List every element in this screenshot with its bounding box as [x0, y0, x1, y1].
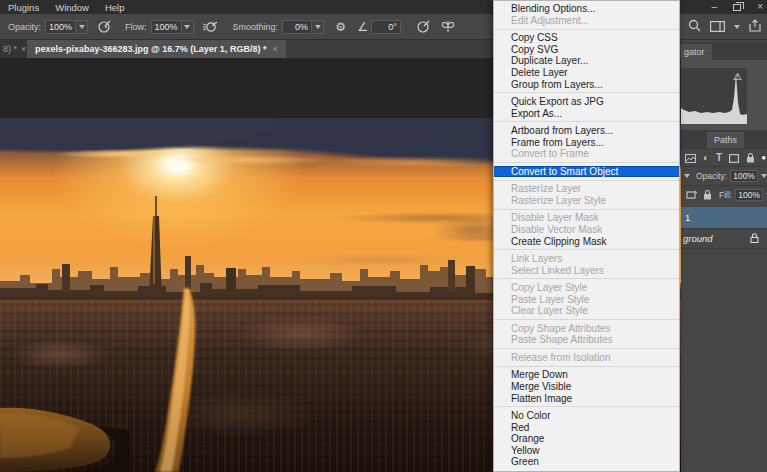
menu-plugins[interactable]: Plugins — [8, 2, 39, 13]
layers-opacity-input[interactable]: 100% — [730, 170, 758, 182]
window-controls: – × — [712, 0, 763, 14]
menu-item-merge-visible[interactable]: Merge Visible — [494, 381, 679, 393]
menu-item-create-clipping-mask[interactable]: Create Clipping Mask — [494, 235, 679, 247]
lock-artboard-icon[interactable] — [686, 186, 697, 204]
background-name: ground — [683, 233, 713, 244]
menu-item-flatten-image[interactable]: Flatten Image — [494, 392, 679, 404]
menu-item-copy-svg[interactable]: Copy SVG — [494, 44, 679, 56]
tab-navigator-partial[interactable]: gator — [681, 44, 712, 60]
opacity-dropdown[interactable] — [76, 20, 88, 34]
search-icon[interactable] — [688, 18, 701, 36]
smoothing-label: Smoothing: — [233, 22, 279, 32]
layer-filter-row: ◐ T ● — [681, 148, 767, 166]
opacity-input[interactable]: 100% — [45, 20, 76, 34]
fill-input[interactable]: 100% — [735, 189, 763, 201]
menu-item-select-linked-layers: Select Linked Layers — [494, 264, 679, 276]
menu-item-merge-down[interactable]: Merge Down — [494, 369, 679, 381]
histogram-plot: ⚠ — [681, 68, 747, 124]
opacity-label: Opacity: — [8, 22, 41, 32]
gear-icon[interactable]: ⚙ — [332, 18, 349, 35]
flow-label: Flow: — [125, 22, 147, 32]
menu-item-orange[interactable]: Orange — [494, 433, 679, 445]
filter-toggle-icon[interactable]: ● — [761, 153, 766, 162]
tab-active-close-icon[interactable]: × — [272, 44, 277, 54]
menu-item-quick-export-as-jpg[interactable]: Quick Export as JPG — [494, 96, 679, 108]
background-lock-icon[interactable] — [750, 233, 759, 245]
filter-type-icon[interactable]: T — [716, 152, 722, 163]
menu-separator — [494, 92, 679, 93]
tab-active-document[interactable]: pexels-pixabay-366283.jpg @ 16.7% (Layer… — [27, 40, 286, 58]
pen-pressure-opacity-icon[interactable] — [96, 18, 113, 35]
menu-item-no-color[interactable]: No Color — [494, 410, 679, 422]
menu-item-yellow[interactable]: Yellow — [494, 445, 679, 457]
menu-item-rasterize-layer-style: Rasterize Layer Style — [494, 195, 679, 207]
menu-item-copy-shape-attributes: Copy Shape Attributes — [494, 323, 679, 335]
lock-all-icon[interactable] — [703, 186, 712, 204]
menu-separator — [494, 319, 679, 320]
menu-item-copy-layer-style: Copy Layer Style — [494, 282, 679, 294]
menu-item-convert-to-smart-object[interactable]: Convert to Smart Object — [494, 166, 679, 178]
menu-item-export-as[interactable]: Export As... — [494, 107, 679, 119]
blend-opacity-row: Opacity: 100% — [681, 166, 767, 185]
tab-paths[interactable]: Paths — [707, 132, 744, 148]
layer-row-layer1[interactable]: 1 — [681, 207, 767, 228]
tab-partial-left[interactable]: 8) *× — [0, 40, 27, 58]
menu-item-frame-from-layers[interactable]: Frame from Layers... — [494, 136, 679, 148]
flow-dropdown[interactable] — [182, 20, 194, 34]
filter-shape-icon[interactable] — [729, 149, 739, 167]
airbrush-icon[interactable] — [202, 18, 219, 35]
menu-item-blending-options[interactable]: Blending Options... — [494, 3, 679, 15]
menu-separator — [494, 29, 679, 30]
menu-window[interactable]: Window — [55, 2, 89, 13]
menu-separator — [494, 209, 679, 210]
menu-item-paste-shape-attributes: Paste Shape Attributes — [494, 334, 679, 346]
tab-active-label: pexels-pixabay-366283.jpg @ 16.7% (Layer… — [35, 44, 266, 54]
menu-item-duplicate-layer[interactable]: Duplicate Layer... — [494, 55, 679, 67]
menu-item-release-from-isolation: Release from Isolation — [494, 352, 679, 364]
layers-opacity-chevron-icon[interactable] — [761, 174, 767, 178]
workspace-chevron-icon[interactable] — [734, 25, 740, 29]
layer-row-background[interactable]: ground — [681, 228, 767, 249]
minimize-icon[interactable]: – — [712, 2, 718, 12]
layer1-name: 1 — [685, 212, 690, 223]
menubar-items: PluginsWindowHelp — [8, 2, 125, 13]
filter-smart-object-lock-icon[interactable] — [746, 149, 755, 167]
menu-item-group-from-layers[interactable]: Group from Layers... — [494, 78, 679, 90]
restore-icon[interactable] — [733, 4, 741, 11]
menu-item-copy-css[interactable]: Copy CSS — [494, 32, 679, 44]
menu-separator — [494, 162, 679, 163]
histogram-panel: ⚠ — [681, 60, 767, 130]
menu-separator — [494, 278, 679, 279]
tab-close-icon[interactable]: × — [21, 44, 26, 54]
close-icon[interactable]: × — [757, 2, 763, 12]
menu-item-green[interactable]: Green — [494, 456, 679, 468]
histogram-warning-icon[interactable]: ⚠ — [733, 71, 742, 82]
workspace-icon[interactable] — [710, 18, 725, 36]
angle-input[interactable]: 0° — [371, 20, 401, 34]
menu-separator — [494, 121, 679, 122]
layers-opacity-label: Opacity: — [696, 171, 727, 181]
menu-separator — [494, 406, 679, 407]
menu-item-paste-layer-style: Paste Layer Style — [494, 293, 679, 305]
menu-item-delete-layer[interactable]: Delete Layer — [494, 67, 679, 79]
menu-item-artboard-from-layers[interactable]: Artboard from Layers... — [494, 125, 679, 137]
smoothing-input[interactable]: 0% — [282, 20, 312, 34]
share-icon[interactable] — [749, 18, 761, 36]
filter-adjustment-icon[interactable]: ◐ — [703, 152, 709, 163]
photoshop-window: PluginsWindowHelp – × Opacity: 100% Flow… — [0, 0, 767, 472]
menu-separator — [494, 366, 679, 367]
filter-pixel-icon[interactable] — [685, 149, 696, 167]
fill-label: Fill: — [719, 190, 732, 200]
blend-mode-chevron-icon[interactable] — [684, 174, 690, 178]
layers-tab-strip: Paths — [681, 130, 767, 148]
menu-item-red[interactable]: Red — [494, 421, 679, 433]
menu-item-convert-to-frame: Convert to Frame — [494, 148, 679, 160]
menu-help[interactable]: Help — [105, 2, 125, 13]
pen-pressure-size-icon[interactable] — [415, 18, 432, 35]
navigator-tab-strip: gator — [681, 42, 767, 60]
menu-item-rasterize-layer: Rasterize Layer — [494, 183, 679, 195]
menu-item-disable-layer-mask: Disable Layer Mask — [494, 212, 679, 224]
symmetry-butterfly-icon[interactable] — [440, 18, 457, 35]
smoothing-dropdown[interactable] — [312, 20, 324, 34]
flow-input[interactable]: 100% — [151, 20, 182, 34]
